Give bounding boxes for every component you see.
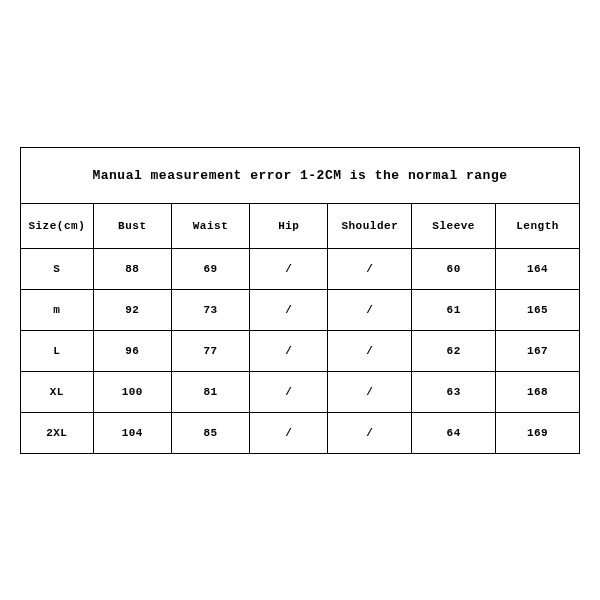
cell-sleeve: 62 [412,330,496,371]
cell-hip: / [250,412,328,453]
cell-shoulder: / [328,371,412,412]
cell-shoulder: / [328,248,412,289]
cell-shoulder: / [328,412,412,453]
cell-bust: 96 [93,330,171,371]
cell-shoulder: / [328,330,412,371]
cell-waist: 85 [171,412,249,453]
cell-length: 164 [496,248,580,289]
cell-bust: 100 [93,371,171,412]
table-row: L 96 77 / / 62 167 [21,330,580,371]
table-row: m 92 73 / / 61 165 [21,289,580,330]
cell-waist: 81 [171,371,249,412]
cell-hip: / [250,371,328,412]
cell-waist: 77 [171,330,249,371]
cell-sleeve: 60 [412,248,496,289]
chart-title: Manual measurement error 1-2CM is the no… [21,147,580,203]
cell-waist: 73 [171,289,249,330]
col-size-header: Size(cm) [21,203,94,248]
cell-length: 168 [496,371,580,412]
cell-waist: 69 [171,248,249,289]
cell-size: XL [21,371,94,412]
cell-shoulder: / [328,289,412,330]
cell-size: L [21,330,94,371]
cell-length: 167 [496,330,580,371]
cell-size: S [21,248,94,289]
cell-length: 169 [496,412,580,453]
cell-hip: / [250,289,328,330]
size-table: Manual measurement error 1-2CM is the no… [20,147,580,454]
cell-bust: 88 [93,248,171,289]
cell-length: 165 [496,289,580,330]
cell-bust: 92 [93,289,171,330]
col-bust-header: Bust [93,203,171,248]
size-chart-table: Manual measurement error 1-2CM is the no… [20,147,580,454]
header-row: Size(cm) Bust Waist Hip Shoulder Sleeve … [21,203,580,248]
cell-size: 2XL [21,412,94,453]
col-hip-header: Hip [250,203,328,248]
col-sleeve-header: Sleeve [412,203,496,248]
table-row: XL 100 81 / / 63 168 [21,371,580,412]
cell-hip: / [250,330,328,371]
title-row: Manual measurement error 1-2CM is the no… [21,147,580,203]
table-row: 2XL 104 85 / / 64 169 [21,412,580,453]
cell-sleeve: 64 [412,412,496,453]
cell-size: m [21,289,94,330]
col-length-header: Length [496,203,580,248]
cell-hip: / [250,248,328,289]
cell-bust: 104 [93,412,171,453]
col-waist-header: Waist [171,203,249,248]
table-row: S 88 69 / / 60 164 [21,248,580,289]
col-shoulder-header: Shoulder [328,203,412,248]
cell-sleeve: 61 [412,289,496,330]
cell-sleeve: 63 [412,371,496,412]
